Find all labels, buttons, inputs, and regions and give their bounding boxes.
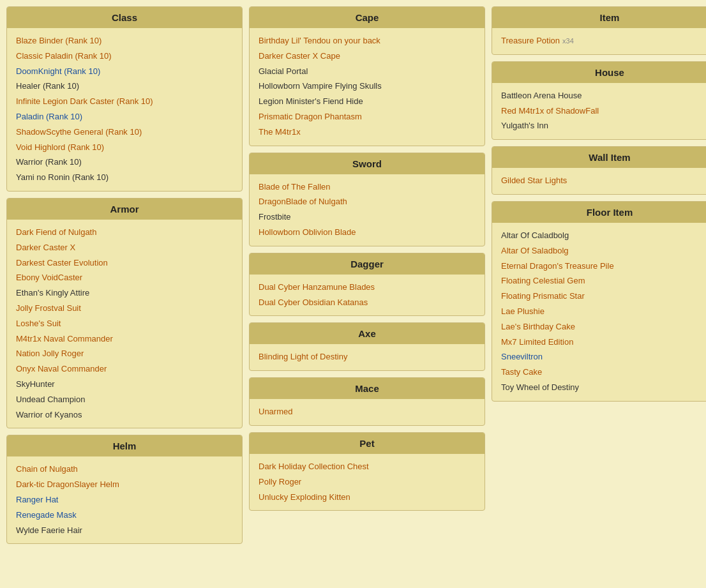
item-body: Treasure Potionx34 xyxy=(492,28,706,54)
cape-header: Cape xyxy=(250,7,484,28)
list-item[interactable]: Blade of The Fallen xyxy=(259,181,476,194)
list-item[interactable]: Undead Champion xyxy=(16,393,233,407)
list-item[interactable]: Renegade Mask xyxy=(16,509,233,522)
list-item[interactable]: Sneeviltron xyxy=(501,351,706,364)
section-cape: CapeBirthday Lil' Tendou on your backDar… xyxy=(249,6,485,146)
list-item[interactable]: Jolly Frostval Suit xyxy=(16,302,233,315)
list-item[interactable]: Ethan's Kingly Attire xyxy=(16,287,233,300)
list-item[interactable]: Ebony VoidCaster xyxy=(16,271,233,285)
list-item[interactable]: Glacial Portal xyxy=(259,65,476,79)
cape-body: Birthday Lil' Tendou on your backDarker … xyxy=(250,28,484,146)
list-item[interactable]: Gilded Star Lights xyxy=(501,174,706,188)
list-item[interactable]: Treasure Potionx34 xyxy=(501,34,706,48)
section-pet: PetDark Holiday Collection ChestPolly Ro… xyxy=(249,432,485,511)
list-item[interactable]: Dark-tic DragonSlayer Helm xyxy=(16,478,233,492)
class-body: Blaze Binder (Rank 10)Classic Paladin (R… xyxy=(7,28,242,191)
list-item[interactable]: ShadowScythe General (Rank 10) xyxy=(16,126,233,139)
right-column: ItemTreasure Potionx34HouseBattleon Aren… xyxy=(492,6,706,544)
list-item[interactable]: Chain of Nulgath xyxy=(16,463,233,476)
list-item[interactable]: Wylde Faerie Hair xyxy=(16,524,233,538)
list-item[interactable]: Red M4tr1x of ShadowFall xyxy=(501,105,706,118)
list-item[interactable]: DoomKnight (Rank 10) xyxy=(16,65,233,79)
floor-item-header: Floor Item xyxy=(492,202,706,223)
left-column: ClassBlaze Binder (Rank 10)Classic Palad… xyxy=(6,6,243,544)
list-item[interactable]: Polly Roger xyxy=(259,476,476,489)
list-item[interactable]: Unarmed xyxy=(259,405,476,419)
list-item[interactable]: Yami no Ronin (Rank 10) xyxy=(16,171,233,185)
list-item[interactable]: Lae's Birthday Cake xyxy=(501,320,706,334)
list-item[interactable]: Hollowborn Vampire Flying Skulls xyxy=(259,80,476,93)
section-sword: SwordBlade of The FallenDragonBlade of N… xyxy=(249,153,485,246)
list-item[interactable]: Floating Prismatic Star xyxy=(501,290,706,303)
list-item[interactable]: Darkest Caster Evolution xyxy=(16,257,233,270)
list-item[interactable]: Tasty Cake xyxy=(501,366,706,379)
section-house: HouseBattleon Arena HouseRed M4tr1x of S… xyxy=(492,61,706,140)
list-item[interactable]: Unlucky Exploding Kitten xyxy=(259,491,476,504)
section-axe: AxeBlinding Light of Destiny xyxy=(249,322,485,371)
list-item[interactable]: DragonBlade of Nulgath xyxy=(259,195,476,209)
item-badge: x34 xyxy=(562,37,574,45)
pet-header: Pet xyxy=(250,433,484,454)
list-item[interactable]: Eternal Dragon's Treasure Pile xyxy=(501,260,706,273)
axe-header: Axe xyxy=(250,323,484,344)
list-item[interactable]: Birthday Lil' Tendou on your back xyxy=(259,34,476,48)
list-item[interactable]: Hollowborn Oblivion Blade xyxy=(259,226,476,239)
list-item[interactable]: Battleon Arena House xyxy=(501,89,706,103)
section-wall-item: Wall ItemGilded Star Lights xyxy=(492,146,706,195)
armor-header: Armor xyxy=(7,199,242,220)
list-item[interactable]: Altar Of Caladbolg xyxy=(501,229,706,243)
middle-column: CapeBirthday Lil' Tendou on your backDar… xyxy=(249,6,485,544)
list-item[interactable]: Mx7 Limited Edition xyxy=(501,336,706,349)
list-item[interactable]: Dual Cyber Hanzamune Blades xyxy=(259,281,476,294)
list-item[interactable]: M4tr1x Naval Commander xyxy=(16,333,233,346)
list-item[interactable]: Nation Jolly Roger xyxy=(16,347,233,361)
list-item[interactable]: Classic Paladin (Rank 10) xyxy=(16,50,233,63)
section-armor: ArmorDark Fiend of NulgathDarker Caster … xyxy=(6,198,243,428)
section-mace: MaceUnarmed xyxy=(249,377,485,426)
list-item[interactable]: Darker Caster X xyxy=(16,241,233,255)
section-dagger: DaggerDual Cyber Hanzamune BladesDual Cy… xyxy=(249,253,485,317)
list-item[interactable]: Loshe's Suit xyxy=(16,317,233,331)
list-item[interactable]: Paladin (Rank 10) xyxy=(16,110,233,124)
helm-header: Helm xyxy=(7,435,242,456)
list-item[interactable]: SkyHunter xyxy=(16,378,233,391)
wall-item-header: Wall Item xyxy=(492,147,706,168)
list-item[interactable]: Yulgath's Inn xyxy=(501,119,706,133)
mace-header: Mace xyxy=(250,378,484,399)
list-item[interactable]: Dual Cyber Obsidian Katanas xyxy=(259,296,476,310)
list-item[interactable]: Healer (Rank 10) xyxy=(16,80,233,93)
list-item[interactable]: Floating Celestial Gem xyxy=(501,275,706,288)
list-item[interactable]: Prismatic Dragon Phantasm xyxy=(259,110,476,124)
list-item[interactable]: Blaze Binder (Rank 10) xyxy=(16,34,233,48)
helm-body: Chain of NulgathDark-tic DragonSlayer He… xyxy=(7,456,242,543)
page-layout: ClassBlaze Binder (Rank 10)Classic Palad… xyxy=(6,6,700,544)
list-item[interactable]: Void Highlord (Rank 10) xyxy=(16,141,233,155)
list-item[interactable]: Toy Wheel of Destiny xyxy=(501,381,706,395)
list-item[interactable]: Warrior (Rank 10) xyxy=(16,156,233,169)
list-item[interactable]: Onyx Naval Commander xyxy=(16,363,233,376)
axe-body: Blinding Light of Destiny xyxy=(250,344,484,370)
pet-body: Dark Holiday Collection ChestPolly Roger… xyxy=(250,454,484,510)
item-header: Item xyxy=(492,7,706,28)
list-item[interactable]: Ranger Hat xyxy=(16,494,233,507)
sword-header: Sword xyxy=(250,153,484,174)
list-item[interactable]: Altar Of Saladbolg xyxy=(501,245,706,258)
floor-item-body: Altar Of CaladbolgAltar Of SaladbolgEter… xyxy=(492,223,706,401)
list-item[interactable]: Darker Caster X Cape xyxy=(259,50,476,63)
section-class: ClassBlaze Binder (Rank 10)Classic Palad… xyxy=(6,6,243,192)
list-item[interactable]: Frostbite xyxy=(259,211,476,224)
list-item[interactable]: Lae Plushie xyxy=(501,305,706,319)
class-header: Class xyxy=(7,7,242,28)
list-item[interactable]: The M4tr1x xyxy=(259,126,476,139)
dagger-header: Dagger xyxy=(250,253,484,275)
list-item[interactable]: Dark Holiday Collection Chest xyxy=(259,460,476,474)
sword-body: Blade of The FallenDragonBlade of Nulgat… xyxy=(250,174,484,246)
list-item[interactable]: Infinite Legion Dark Caster (Rank 10) xyxy=(16,95,233,109)
wall-item-body: Gilded Star Lights xyxy=(492,168,706,194)
section-item: ItemTreasure Potionx34 xyxy=(492,6,706,55)
list-item[interactable]: Blinding Light of Destiny xyxy=(259,351,476,364)
list-item[interactable]: Dark Fiend of Nulgath xyxy=(16,226,233,239)
list-item[interactable]: Legion Minister's Fiend Hide xyxy=(259,95,476,109)
house-body: Battleon Arena HouseRed M4tr1x of Shadow… xyxy=(492,83,706,139)
list-item[interactable]: Warrior of Kyanos xyxy=(16,409,233,422)
